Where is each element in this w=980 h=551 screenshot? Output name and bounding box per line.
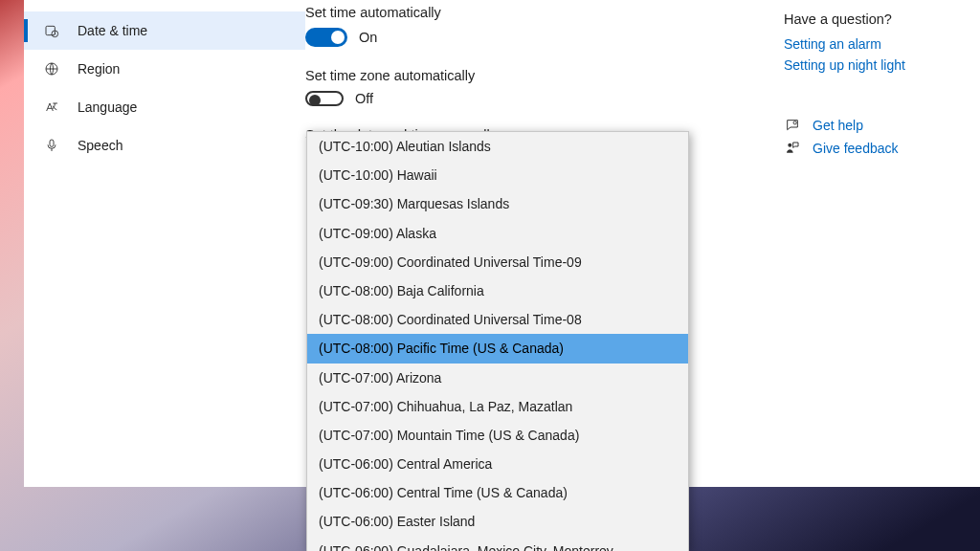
microphone-icon bbox=[43, 137, 60, 154]
sidebar-item-label: Date & time bbox=[78, 23, 147, 38]
timezone-option[interactable]: (UTC-08:00) Baja California bbox=[307, 276, 688, 305]
switch-off-icon bbox=[305, 91, 344, 106]
timezone-option[interactable]: (UTC-10:00) Aleutian Islands bbox=[307, 132, 688, 161]
sidebar-item-label: Speech bbox=[78, 138, 122, 153]
svg-rect-3 bbox=[50, 140, 54, 146]
timezone-option[interactable]: (UTC-06:00) Central America bbox=[307, 450, 688, 478]
link-get-help[interactable]: Get help bbox=[813, 118, 863, 133]
timezone-option[interactable]: (UTC-06:00) Central Time (US & Canada) bbox=[307, 478, 688, 507]
clock-calendar-icon bbox=[43, 22, 60, 39]
svg-point-5 bbox=[788, 143, 791, 147]
toggle-set-tz-auto[interactable]: Off bbox=[305, 91, 373, 106]
sidebar-item-label: Language bbox=[78, 99, 137, 115]
timezone-option[interactable]: (UTC-08:00) Pacific Time (US & Canada) bbox=[307, 334, 688, 363]
settings-aside: Have a question? Setting an alarm Settin… bbox=[784, 0, 980, 487]
link-setting-nightlight[interactable]: Setting up night light bbox=[784, 57, 961, 73]
toggle-state-text: Off bbox=[355, 91, 373, 106]
timezone-option[interactable]: (UTC-09:00) Coordinated Universal Time-0… bbox=[307, 248, 688, 276]
sidebar-item-date-time[interactable]: Date & time bbox=[24, 11, 305, 50]
timezone-option[interactable]: (UTC-10:00) Hawaii bbox=[307, 161, 688, 189]
toggle-set-time-auto[interactable]: On bbox=[305, 28, 377, 47]
timezone-option[interactable]: (UTC-09:00) Alaska bbox=[307, 219, 688, 248]
timezone-option[interactable]: (UTC-07:00) Chihuahua, La Paz, Mazatlan bbox=[307, 392, 688, 421]
switch-on-icon bbox=[305, 28, 347, 47]
link-setting-alarm[interactable]: Setting an alarm bbox=[784, 36, 961, 52]
sidebar-item-speech[interactable]: Speech bbox=[24, 126, 305, 165]
label-set-time-auto: Set time automatically bbox=[305, 5, 784, 20]
timezone-option[interactable]: (UTC-06:00) Easter Island bbox=[307, 507, 688, 536]
timezone-option[interactable]: (UTC-09:30) Marquesas Islands bbox=[307, 189, 688, 218]
timezone-option[interactable]: (UTC-06:00) Guadalajara, Mexico City, Mo… bbox=[307, 537, 688, 551]
timezone-option[interactable]: (UTC-08:00) Coordinated Universal Time-0… bbox=[307, 305, 688, 334]
settings-sidebar: Date & time Region Language Speech bbox=[24, 0, 305, 487]
sidebar-item-label: Region bbox=[78, 61, 120, 77]
chat-help-icon bbox=[784, 117, 801, 134]
timezone-dropdown[interactable]: (UTC-10:00) Aleutian Islands(UTC-10:00) … bbox=[306, 131, 689, 551]
globe-icon bbox=[43, 60, 60, 77]
timezone-option[interactable]: (UTC-07:00) Arizona bbox=[307, 364, 688, 392]
language-icon bbox=[43, 99, 60, 116]
link-give-feedback[interactable]: Give feedback bbox=[813, 141, 899, 156]
sidebar-item-region[interactable]: Region bbox=[24, 50, 305, 88]
label-set-tz-auto: Set time zone automatically bbox=[305, 68, 784, 83]
timezone-option[interactable]: (UTC-07:00) Mountain Time (US & Canada) bbox=[307, 421, 688, 450]
svg-point-4 bbox=[793, 121, 796, 124]
toggle-state-text: On bbox=[359, 30, 377, 45]
feedback-person-icon bbox=[784, 140, 801, 157]
sidebar-item-language[interactable]: Language bbox=[24, 88, 305, 126]
aside-question-heading: Have a question? bbox=[784, 11, 961, 27]
